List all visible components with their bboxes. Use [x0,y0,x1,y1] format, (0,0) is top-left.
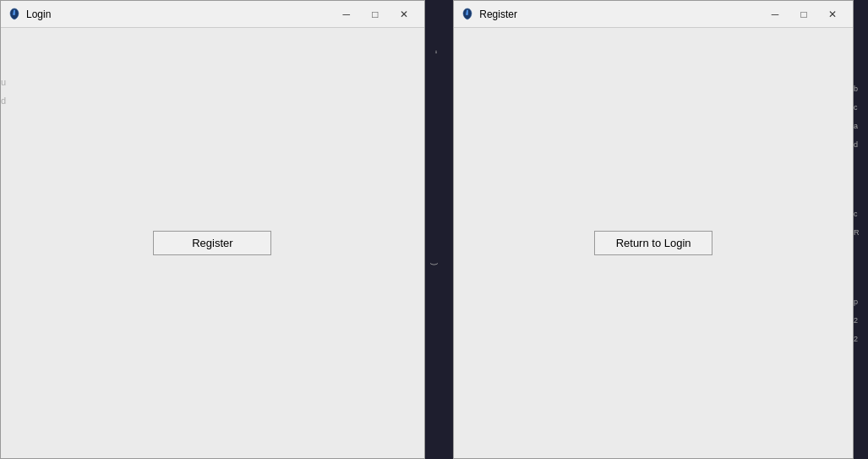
register-title-bar: Register ─ □ ✕ [454,1,853,28]
login-content: u d Register [1,28,424,458]
strip-text-1: " [425,51,439,53]
right-edge-R: R [854,228,868,237]
left-edge-text-1: u [1,77,6,87]
right-edge-2a: 2 [854,316,868,325]
login-title: Login [26,8,333,20]
register-window: Register ─ □ ✕ Return to Login [453,0,854,459]
right-edge-a: a [854,122,868,130]
register-minimize-button[interactable]: ─ [762,6,789,23]
register-title: Register [479,8,762,20]
right-edge-c2: c [854,210,868,218]
register-window-controls: ─ □ ✕ [762,6,846,23]
login-minimize-button[interactable]: ─ [333,6,360,23]
right-edge-panel: b c a d c R p 2 2 [854,0,868,459]
right-edge-2b: 2 [854,335,868,343]
login-close-button[interactable]: ✕ [390,6,418,23]
strip-text-2: ) [425,263,439,265]
register-close-button[interactable]: ✕ [819,6,846,23]
return-to-login-button[interactable]: Return to Login [594,231,712,255]
right-edge-d: d [854,140,868,149]
right-edge-p: p [854,298,868,306]
login-app-icon [8,8,21,21]
register-maximize-button[interactable]: □ [790,6,817,23]
register-app-icon [461,8,474,21]
middle-strip: " ) [425,0,439,459]
right-edge-b: b [854,85,868,93]
register-content: Return to Login [454,28,853,458]
login-window-controls: ─ □ ✕ [333,6,418,23]
login-window: Login ─ □ ✕ u d Register [0,0,425,459]
register-button[interactable]: Register [153,231,271,255]
left-edge-text-2: d [1,96,6,106]
right-edge-c: c [854,103,868,112]
login-title-bar: Login ─ □ ✕ [1,1,424,28]
login-maximize-button[interactable]: □ [362,6,389,23]
